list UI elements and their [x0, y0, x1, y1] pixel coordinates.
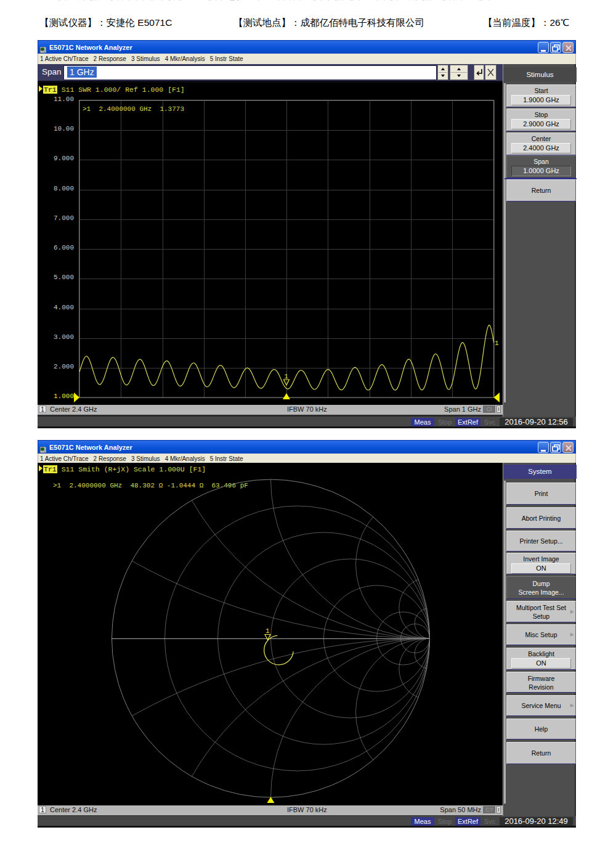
svg-text:1: 1 — [265, 627, 270, 635]
